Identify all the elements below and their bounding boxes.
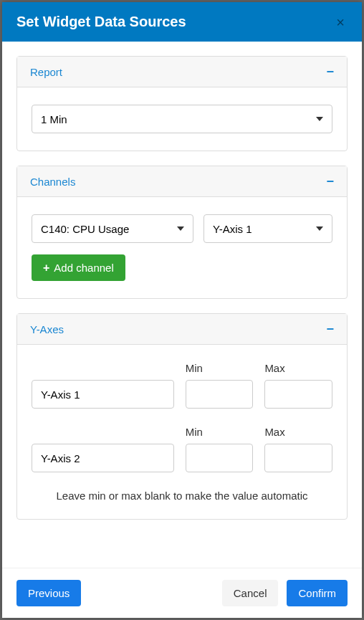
panel-channels-header[interactable]: Channels −: [17, 166, 347, 197]
min-label: Min: [186, 426, 254, 438]
report-select[interactable]: 1 Min: [32, 105, 332, 133]
panel-report-body: 1 Min: [17, 87, 347, 151]
panel-yaxes-body: Min Max Min Max Leav: [17, 345, 347, 519]
collapse-icon: −: [326, 175, 334, 188]
modal-body: Report − 1 Min Channels − C140: CPU Usag…: [2, 42, 362, 568]
panel-channels-body: C140: CPU Usage Y-Axis 1 + Add channel: [17, 197, 347, 298]
yaxis-name-input[interactable]: [32, 380, 174, 409]
collapse-icon: −: [326, 323, 334, 335]
yaxis-header-row: Min Max: [32, 362, 332, 374]
footer-right: Cancel Confirm: [222, 580, 348, 606]
panel-channels: Channels − C140: CPU Usage Y-Axis 1 + Ad…: [16, 166, 348, 299]
plus-icon: +: [43, 262, 49, 274]
yaxis-max-input[interactable]: [264, 444, 332, 472]
channel-row: C140: CPU Usage Y-Axis 1: [32, 214, 332, 243]
confirm-button[interactable]: Confirm: [287, 580, 348, 606]
panel-report-header[interactable]: Report −: [17, 57, 347, 87]
yaxis-row: [32, 444, 332, 472]
panel-yaxes-header[interactable]: Y-Axes −: [17, 314, 347, 345]
yaxis-min-input[interactable]: [186, 444, 254, 472]
yaxes-hint: Leave min or max blank to make the value…: [32, 490, 332, 502]
min-label: Min: [186, 362, 254, 374]
modal-set-widget-data-sources: Set Widget Data Sources × Report − 1 Min…: [2, 2, 362, 618]
collapse-icon: −: [326, 65, 334, 78]
max-label: Max: [264, 362, 332, 374]
modal-footer: Previous Cancel Confirm: [2, 568, 362, 618]
channel-select[interactable]: C140: CPU Usage: [32, 214, 193, 243]
panel-report: Report − 1 Min: [16, 56, 348, 151]
panel-yaxes: Y-Axes − Min Max Min Max: [16, 313, 348, 520]
yaxis-row: [32, 380, 332, 409]
add-channel-button[interactable]: + Add channel: [32, 254, 125, 281]
yaxis-header-row: Min Max: [32, 426, 332, 438]
yaxis-min-input[interactable]: [186, 380, 254, 409]
modal-header: Set Widget Data Sources ×: [2, 2, 362, 42]
close-icon[interactable]: ×: [333, 15, 348, 29]
panel-report-title: Report: [30, 66, 62, 78]
max-label: Max: [264, 426, 332, 438]
panel-yaxes-title: Y-Axes: [30, 323, 64, 335]
yaxis-name-input[interactable]: [32, 444, 174, 472]
cancel-button[interactable]: Cancel: [222, 580, 279, 606]
modal-title: Set Widget Data Sources: [16, 14, 186, 30]
channel-axis-select[interactable]: Y-Axis 1: [203, 214, 332, 243]
panel-channels-title: Channels: [30, 176, 75, 188]
add-channel-label: Add channel: [54, 262, 113, 274]
previous-button[interactable]: Previous: [16, 580, 81, 606]
yaxis-max-input[interactable]: [264, 380, 332, 409]
